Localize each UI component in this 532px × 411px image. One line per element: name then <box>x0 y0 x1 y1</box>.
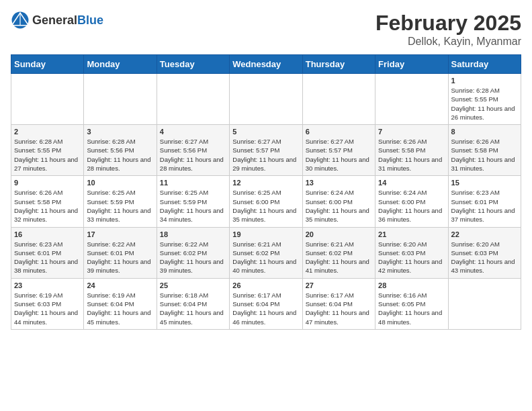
calendar-cell <box>448 278 521 329</box>
day-info: Sunrise: 6:24 AM Sunset: 6:00 PM Dayligh… <box>306 188 372 224</box>
weekday-header-thursday: Thursday <box>302 55 375 74</box>
day-info: Sunrise: 6:25 AM Sunset: 6:00 PM Dayligh… <box>232 188 299 224</box>
day-number: 25 <box>160 281 226 289</box>
calendar-cell <box>11 74 84 125</box>
calendar-cell: 13Sunrise: 6:24 AM Sunset: 6:00 PM Dayli… <box>302 176 375 227</box>
day-number: 14 <box>378 179 445 187</box>
day-number: 6 <box>306 128 372 136</box>
calendar-cell: 26Sunrise: 6:17 AM Sunset: 6:04 PM Dayli… <box>230 278 302 329</box>
day-info: Sunrise: 6:20 AM Sunset: 6:03 PM Dayligh… <box>378 240 445 275</box>
day-info: Sunrise: 6:16 AM Sunset: 6:05 PM Dayligh… <box>378 291 445 326</box>
week-row-3: 9Sunrise: 6:26 AM Sunset: 5:58 PM Daylig… <box>11 176 521 227</box>
day-info: Sunrise: 6:17 AM Sunset: 6:04 PM Dayligh… <box>306 291 372 326</box>
day-info: Sunrise: 6:28 AM Sunset: 5:55 PM Dayligh… <box>451 86 518 122</box>
day-info: Sunrise: 6:17 AM Sunset: 6:04 PM Dayligh… <box>232 291 299 326</box>
calendar-cell: 14Sunrise: 6:24 AM Sunset: 6:00 PM Dayli… <box>375 176 448 227</box>
day-number: 26 <box>232 281 299 289</box>
calendar-cell: 17Sunrise: 6:22 AM Sunset: 6:01 PM Dayli… <box>84 227 157 278</box>
day-info: Sunrise: 6:26 AM Sunset: 5:58 PM Dayligh… <box>14 188 81 224</box>
logo-icon <box>11 11 30 30</box>
day-info: Sunrise: 6:25 AM Sunset: 5:59 PM Dayligh… <box>160 188 226 224</box>
day-info: Sunrise: 6:27 AM Sunset: 5:57 PM Dayligh… <box>306 137 372 173</box>
day-number: 20 <box>306 230 372 238</box>
week-row-1: 1Sunrise: 6:28 AM Sunset: 5:55 PM Daylig… <box>11 74 521 125</box>
calendar-cell: 7Sunrise: 6:26 AM Sunset: 5:58 PM Daylig… <box>375 125 448 176</box>
calendar-cell: 20Sunrise: 6:21 AM Sunset: 6:02 PM Dayli… <box>302 227 375 278</box>
calendar: SundayMondayTuesdayWednesdayThursdayFrid… <box>11 54 521 330</box>
calendar-cell: 16Sunrise: 6:23 AM Sunset: 6:01 PM Dayli… <box>11 227 84 278</box>
day-info: Sunrise: 6:20 AM Sunset: 6:03 PM Dayligh… <box>451 240 518 275</box>
day-number: 12 <box>232 179 299 187</box>
calendar-cell: 9Sunrise: 6:26 AM Sunset: 5:58 PM Daylig… <box>11 176 84 227</box>
weekday-header-saturday: Saturday <box>448 55 521 74</box>
calendar-cell: 21Sunrise: 6:20 AM Sunset: 6:03 PM Dayli… <box>375 227 448 278</box>
day-info: Sunrise: 6:21 AM Sunset: 6:02 PM Dayligh… <box>232 240 299 275</box>
title-area: February 2025 Dellok, Kayin, Myanmar <box>375 11 521 48</box>
day-number: 13 <box>306 179 372 187</box>
day-number: 7 <box>378 128 445 136</box>
weekday-header-row: SundayMondayTuesdayWednesdayThursdayFrid… <box>11 55 521 74</box>
week-row-2: 2Sunrise: 6:28 AM Sunset: 5:55 PM Daylig… <box>11 125 521 176</box>
day-info: Sunrise: 6:18 AM Sunset: 6:04 PM Dayligh… <box>160 291 226 326</box>
day-info: Sunrise: 6:21 AM Sunset: 6:02 PM Dayligh… <box>306 240 372 275</box>
calendar-cell <box>375 74 448 125</box>
calendar-cell: 10Sunrise: 6:25 AM Sunset: 5:59 PM Dayli… <box>84 176 157 227</box>
calendar-cell: 12Sunrise: 6:25 AM Sunset: 6:00 PM Dayli… <box>230 176 302 227</box>
weekday-header-wednesday: Wednesday <box>230 55 302 74</box>
calendar-cell <box>84 74 157 125</box>
calendar-cell: 24Sunrise: 6:19 AM Sunset: 6:04 PM Dayli… <box>84 278 157 329</box>
calendar-cell: 28Sunrise: 6:16 AM Sunset: 6:05 PM Dayli… <box>375 278 448 329</box>
day-number: 5 <box>232 128 299 136</box>
logo-text-area: GeneralBlue <box>32 13 103 28</box>
calendar-cell: 3Sunrise: 6:28 AM Sunset: 5:56 PM Daylig… <box>84 125 157 176</box>
calendar-cell: 18Sunrise: 6:22 AM Sunset: 6:02 PM Dayli… <box>157 227 229 278</box>
calendar-cell: 25Sunrise: 6:18 AM Sunset: 6:04 PM Dayli… <box>157 278 229 329</box>
day-number: 21 <box>378 230 445 238</box>
day-number: 23 <box>14 281 81 289</box>
day-info: Sunrise: 6:28 AM Sunset: 5:56 PM Dayligh… <box>87 137 153 173</box>
weekday-header-tuesday: Tuesday <box>157 55 229 74</box>
day-info: Sunrise: 6:22 AM Sunset: 6:02 PM Dayligh… <box>160 240 226 275</box>
day-info: Sunrise: 6:28 AM Sunset: 5:55 PM Dayligh… <box>14 137 81 173</box>
calendar-cell <box>157 74 229 125</box>
calendar-cell <box>230 74 302 125</box>
day-number: 15 <box>451 179 518 187</box>
day-number: 24 <box>87 281 153 289</box>
day-number: 8 <box>451 128 518 136</box>
day-info: Sunrise: 6:26 AM Sunset: 5:58 PM Dayligh… <box>451 137 518 173</box>
calendar-cell: 22Sunrise: 6:20 AM Sunset: 6:03 PM Dayli… <box>448 227 521 278</box>
day-number: 16 <box>14 230 81 238</box>
day-number: 17 <box>87 230 153 238</box>
calendar-cell: 5Sunrise: 6:27 AM Sunset: 5:57 PM Daylig… <box>230 125 302 176</box>
day-number: 2 <box>14 128 81 136</box>
day-info: Sunrise: 6:26 AM Sunset: 5:58 PM Dayligh… <box>378 137 445 173</box>
day-info: Sunrise: 6:19 AM Sunset: 6:04 PM Dayligh… <box>87 291 153 326</box>
day-number: 28 <box>378 281 445 289</box>
day-number: 19 <box>232 230 299 238</box>
day-number: 18 <box>160 230 226 238</box>
day-info: Sunrise: 6:27 AM Sunset: 5:56 PM Dayligh… <box>160 137 226 173</box>
day-number: 4 <box>160 128 226 136</box>
calendar-cell: 15Sunrise: 6:23 AM Sunset: 6:01 PM Dayli… <box>448 176 521 227</box>
calendar-cell: 4Sunrise: 6:27 AM Sunset: 5:56 PM Daylig… <box>157 125 229 176</box>
day-info: Sunrise: 6:23 AM Sunset: 6:01 PM Dayligh… <box>14 240 81 275</box>
day-info: Sunrise: 6:19 AM Sunset: 6:03 PM Dayligh… <box>14 291 81 326</box>
calendar-cell: 2Sunrise: 6:28 AM Sunset: 5:55 PM Daylig… <box>11 125 84 176</box>
day-info: Sunrise: 6:25 AM Sunset: 5:59 PM Dayligh… <box>87 188 153 224</box>
calendar-cell: 23Sunrise: 6:19 AM Sunset: 6:03 PM Dayli… <box>11 278 84 329</box>
calendar-cell: 8Sunrise: 6:26 AM Sunset: 5:58 PM Daylig… <box>448 125 521 176</box>
calendar-cell <box>302 74 375 125</box>
day-number: 1 <box>451 77 518 85</box>
day-number: 11 <box>160 179 226 187</box>
day-info: Sunrise: 6:27 AM Sunset: 5:57 PM Dayligh… <box>232 137 299 173</box>
calendar-cell: 11Sunrise: 6:25 AM Sunset: 5:59 PM Dayli… <box>157 176 229 227</box>
main-title: February 2025 <box>375 11 521 36</box>
header: GeneralBlue February 2025 Dellok, Kayin,… <box>11 11 521 48</box>
day-number: 9 <box>14 179 81 187</box>
calendar-cell: 6Sunrise: 6:27 AM Sunset: 5:57 PM Daylig… <box>302 125 375 176</box>
sub-title: Dellok, Kayin, Myanmar <box>375 36 521 48</box>
week-row-4: 16Sunrise: 6:23 AM Sunset: 6:01 PM Dayli… <box>11 227 521 278</box>
day-number: 22 <box>451 230 518 238</box>
calendar-cell: 1Sunrise: 6:28 AM Sunset: 5:55 PM Daylig… <box>448 74 521 125</box>
calendar-cell: 27Sunrise: 6:17 AM Sunset: 6:04 PM Dayli… <box>302 278 375 329</box>
